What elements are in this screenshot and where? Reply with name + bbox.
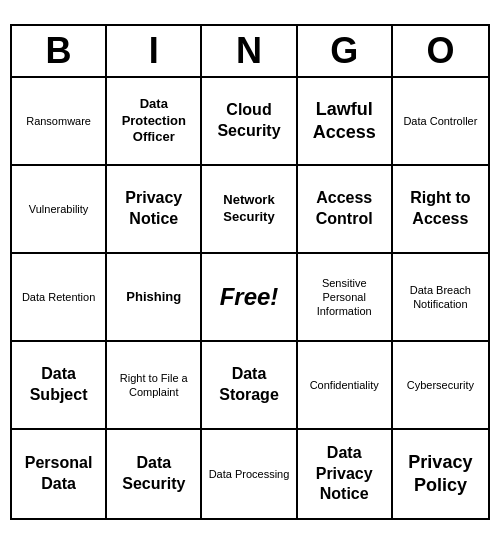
bingo-cell: Data Subject [12, 342, 107, 430]
cell-text: Lawful Access [302, 98, 387, 145]
bingo-cell: Network Security [202, 166, 297, 254]
bingo-cell: Cybersecurity [393, 342, 488, 430]
bingo-cell: Data Retention [12, 254, 107, 342]
cell-text: Network Security [206, 192, 291, 226]
bingo-grid: RansomwareData Protection OfficerCloud S… [12, 78, 488, 518]
bingo-cell: Free! [202, 254, 297, 342]
bingo-cell: Privacy Policy [393, 430, 488, 518]
cell-text: Access Control [302, 188, 387, 230]
bingo-cell: Phishing [107, 254, 202, 342]
cell-text: Data Security [111, 453, 196, 495]
bingo-cell: Data Security [107, 430, 202, 518]
bingo-cell: Right to File a Complaint [107, 342, 202, 430]
cell-text: Data Subject [16, 364, 101, 406]
bingo-cell: Cloud Security [202, 78, 297, 166]
bingo-cell: Vulnerability [12, 166, 107, 254]
bingo-cell: Data Protection Officer [107, 78, 202, 166]
bingo-header: BINGO [12, 26, 488, 78]
cell-text: Data Controller [403, 114, 477, 128]
cell-text: Cloud Security [206, 100, 291, 142]
cell-text: Data Protection Officer [111, 96, 196, 147]
cell-text: Data Processing [209, 467, 290, 481]
cell-text: Personal Data [16, 453, 101, 495]
bingo-cell: Data Breach Notification [393, 254, 488, 342]
cell-text: Data Breach Notification [397, 283, 484, 312]
cell-text: Right to Access [397, 188, 484, 230]
cell-text: Right to File a Complaint [111, 371, 196, 400]
bingo-cell: Sensitive Personal Information [298, 254, 393, 342]
cell-text: Vulnerability [29, 202, 89, 216]
bingo-cell: Confidentiality [298, 342, 393, 430]
bingo-cell: Data Privacy Notice [298, 430, 393, 518]
bingo-cell: Right to Access [393, 166, 488, 254]
cell-text: Privacy Notice [111, 188, 196, 230]
bingo-cell: Privacy Notice [107, 166, 202, 254]
bingo-cell: Access Control [298, 166, 393, 254]
cell-text: Free! [220, 281, 279, 312]
bingo-cell: Lawful Access [298, 78, 393, 166]
header-letter: O [393, 26, 488, 76]
bingo-cell: Ransomware [12, 78, 107, 166]
cell-text: Phishing [126, 289, 181, 306]
cell-text: Sensitive Personal Information [302, 276, 387, 319]
bingo-cell: Data Controller [393, 78, 488, 166]
cell-text: Cybersecurity [407, 378, 474, 392]
header-letter: B [12, 26, 107, 76]
bingo-card: BINGO RansomwareData Protection OfficerC… [10, 24, 490, 520]
bingo-cell: Data Processing [202, 430, 297, 518]
cell-text: Data Storage [206, 364, 291, 406]
cell-text: Confidentiality [310, 378, 379, 392]
cell-text: Data Privacy Notice [302, 443, 387, 505]
cell-text: Privacy Policy [397, 451, 484, 498]
header-letter: I [107, 26, 202, 76]
bingo-cell: Personal Data [12, 430, 107, 518]
cell-text: Data Retention [22, 290, 95, 304]
cell-text: Ransomware [26, 114, 91, 128]
header-letter: G [298, 26, 393, 76]
bingo-cell: Data Storage [202, 342, 297, 430]
header-letter: N [202, 26, 297, 76]
